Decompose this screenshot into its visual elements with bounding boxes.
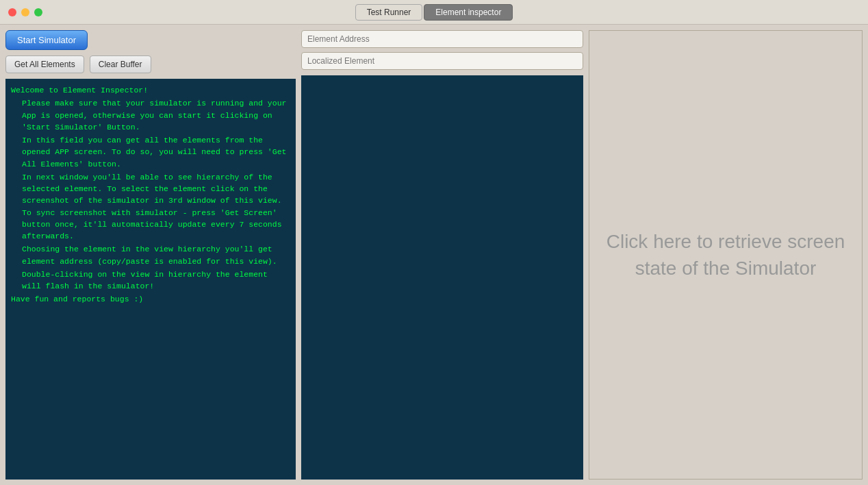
middle-panel — [301, 25, 589, 485]
log-area: Welcome to Element Inspector!Please make… — [5, 79, 296, 480]
main-content: Start Simulator Get All Elements Clear B… — [0, 25, 868, 485]
element-tree — [301, 75, 583, 480]
log-line: In this field you can get all the elemen… — [11, 134, 290, 170]
log-line: Double-clicking on the view in hierarchy… — [11, 269, 290, 293]
top-controls: Start Simulator — [5, 30, 296, 50]
tab-test-runner[interactable]: Test Runner — [355, 4, 423, 21]
second-row-controls: Get All Elements Clear Buffer — [5, 55, 296, 73]
log-line: Have fun and reports bugs :) — [11, 293, 290, 305]
log-line: In next window you'll be able to see hie… — [11, 171, 290, 242]
clear-buffer-button[interactable]: Clear Buffer — [90, 55, 151, 73]
tab-group: Test Runner Element inspector — [355, 4, 513, 21]
title-bar: Test Runner Element inspector — [0, 0, 868, 25]
close-button[interactable] — [8, 8, 16, 16]
minimize-button[interactable] — [21, 8, 29, 16]
element-inputs — [301, 30, 583, 70]
simulator-placeholder-text: Click here to retrieve screen state of t… — [589, 214, 862, 295]
get-all-elements-button[interactable]: Get All Elements — [5, 55, 84, 73]
simulator-click-area[interactable]: Click here to retrieve screen state of t… — [589, 30, 863, 480]
log-line: Welcome to Element Inspector! — [11, 84, 290, 96]
start-simulator-button[interactable]: Start Simulator — [5, 30, 88, 50]
localized-element-input[interactable] — [301, 52, 583, 70]
window-controls — [8, 8, 42, 16]
log-line: Choosing the element in the view hierarc… — [11, 243, 290, 267]
maximize-button[interactable] — [34, 8, 42, 16]
left-panel: Start Simulator Get All Elements Clear B… — [0, 25, 301, 485]
element-address-input[interactable] — [301, 30, 583, 48]
log-line: Please make sure that your simulator is … — [11, 97, 290, 133]
tab-element-inspector[interactable]: Element inspector — [424, 4, 513, 21]
right-panel: Click here to retrieve screen state of t… — [589, 25, 868, 485]
